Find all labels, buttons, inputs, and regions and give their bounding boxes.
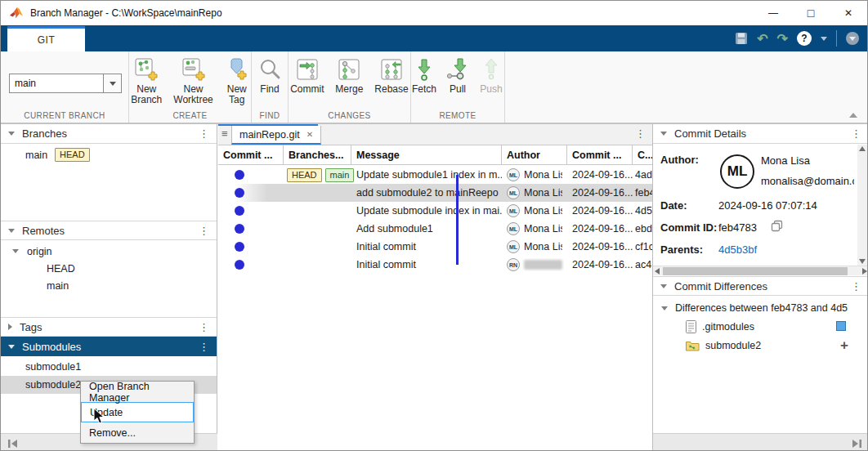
column-header-id[interactable]: C...: [633, 145, 652, 164]
undo-icon[interactable]: ↶: [757, 31, 767, 47]
section-label-current-branch: CURRENT BRANCH: [1, 111, 128, 120]
find-button[interactable]: Find: [254, 55, 285, 96]
added-indicator-icon: +: [840, 337, 848, 354]
toolstrip-options-icon[interactable]: [846, 32, 859, 45]
remote-item-head[interactable]: HEAD: [1, 260, 217, 277]
right-panel-hscrollbar[interactable]: [653, 433, 868, 451]
remote-item-main[interactable]: main: [1, 277, 217, 294]
chevron-down-icon: [8, 345, 15, 349]
new-worktree-button[interactable]: New Worktree: [171, 55, 215, 107]
differences-group[interactable]: Differences between feb4783 and 4d5: [653, 299, 868, 317]
menu-item-open-branch-manager[interactable]: Open Branch Manager: [81, 382, 194, 402]
find-label: Find: [260, 84, 279, 95]
close-button[interactable]: ✕: [830, 1, 867, 25]
column-header-branches[interactable]: Branches...: [284, 145, 351, 164]
table-row[interactable]: Initial commit RN 2024-09-16... ac4: [218, 256, 652, 274]
avatar: ML: [507, 168, 520, 181]
commit-date: 2024-09-16...: [567, 259, 633, 270]
date-label: Date:: [660, 199, 687, 212]
commit-id: 4d5: [633, 205, 652, 217]
maximize-button[interactable]: □: [792, 1, 830, 25]
commit-button[interactable]: Commit: [288, 55, 326, 96]
commit-details-header[interactable]: Commit Details ⋮: [653, 124, 868, 144]
section-find: Find FIND: [252, 51, 289, 123]
help-dropdown-icon[interactable]: [821, 37, 827, 41]
modified-indicator-icon: [836, 321, 846, 331]
table-row[interactable]: HEAD main Update submodule1 index in m..…: [218, 166, 652, 184]
submodules-menu-icon[interactable]: ⋮: [199, 342, 209, 352]
section-current-branch: main CURRENT BRANCH: [1, 51, 129, 123]
matlab-logo-icon: [9, 7, 24, 20]
commit-id: 4ad: [633, 169, 652, 181]
commit-details-menu-icon[interactable]: ⋮: [851, 128, 861, 139]
copy-icon[interactable]: [771, 220, 783, 232]
branch-dropdown-button[interactable]: [103, 74, 121, 92]
details-vscrollbar[interactable]: [857, 145, 867, 266]
scroll-right-icon[interactable]: [862, 268, 867, 275]
minimize-button[interactable]: —: [754, 1, 792, 25]
scroll-down-icon[interactable]: [859, 259, 866, 264]
parent-commit-link[interactable]: 4d5b3bf: [718, 243, 757, 256]
remotes-section-header[interactable]: Remotes ⋮: [1, 221, 217, 240]
table-row-selected[interactable]: add submodule2 to mainReepo ML Mona Lis …: [218, 184, 652, 202]
window-title: Branch Manager - C:\WorkSpace\mainRepo: [30, 7, 222, 19]
scroll-left-end-icon[interactable]: [7, 438, 19, 449]
merge-button[interactable]: Merge: [333, 55, 365, 96]
remotes-menu-icon[interactable]: ⋮: [199, 226, 209, 236]
tab-git[interactable]: GIT: [7, 26, 85, 51]
scroll-left-icon[interactable]: [655, 268, 660, 275]
save-icon[interactable]: [735, 32, 748, 45]
new-branch-icon: [133, 56, 159, 83]
diff-file-submodule2[interactable]: submodule2 +: [653, 336, 868, 355]
section-label-changes: CHANGES: [289, 111, 410, 120]
fetch-icon: [411, 56, 437, 83]
scroll-right-end-icon[interactable]: [851, 438, 862, 449]
commit-differences-header[interactable]: Commit Differences ⋮: [653, 276, 868, 296]
collapse-toolstrip-icon[interactable]: [849, 113, 857, 118]
tags-menu-icon[interactable]: ⋮: [199, 322, 209, 333]
column-header-date[interactable]: Commit ...: [567, 145, 633, 164]
rebase-button[interactable]: Rebase: [372, 55, 410, 96]
branches-menu-icon[interactable]: ⋮: [199, 128, 209, 139]
table-row[interactable]: Initial commit ML Mona Lis 2024-09-16...…: [218, 238, 652, 256]
new-tag-button[interactable]: New Tag: [222, 55, 252, 107]
column-header-message[interactable]: Message: [351, 145, 502, 164]
details-hscrollbar[interactable]: [653, 266, 868, 275]
fetch-button[interactable]: Fetch: [409, 55, 439, 96]
author-name: Mona Lis: [524, 187, 562, 199]
new-branch-button[interactable]: New Branch: [128, 55, 164, 107]
commit-node-icon: [235, 242, 244, 252]
branch-item-main[interactable]: main HEAD: [1, 146, 217, 163]
table-row[interactable]: Add submodule1 ML Mona Lis 2024-09-16...…: [218, 220, 652, 238]
merge-icon: [336, 56, 362, 83]
column-header-author[interactable]: Author: [502, 145, 567, 164]
commit-differences-menu-icon[interactable]: ⋮: [851, 281, 861, 292]
column-header-graph[interactable]: Commit ...: [218, 145, 284, 164]
tab-close-icon[interactable]: ✕: [306, 130, 313, 139]
commit-date: 2024-09-16...: [567, 223, 633, 234]
pull-button[interactable]: Pull: [445, 55, 470, 96]
scrollbar-thumb[interactable]: [663, 267, 848, 275]
redo-icon[interactable]: ↷: [777, 31, 788, 47]
avatar: RN: [507, 258, 520, 271]
branches-section-header[interactable]: Branches ⋮: [1, 124, 217, 144]
submodules-section-header[interactable]: Submodules ⋮: [1, 337, 217, 356]
diff-file-gitmodules[interactable]: .gitmodules: [653, 317, 868, 336]
current-branch-combobox[interactable]: main: [9, 74, 122, 93]
author-name: Mona Lisa: [761, 154, 810, 167]
remote-item-origin[interactable]: origin: [1, 243, 217, 260]
table-row[interactable]: Update submodule index in mai... ML Mona…: [218, 202, 652, 220]
tab-mainrepo-git[interactable]: mainRepo.git ✕: [231, 126, 321, 145]
tab-list-icon[interactable]: ≡: [221, 127, 228, 140]
commit-message: add submodule2 to mainReepo: [351, 187, 502, 199]
scroll-up-icon[interactable]: [859, 146, 866, 151]
tags-section-header[interactable]: Tags ⋮: [1, 317, 217, 337]
submodule-item-1[interactable]: submodule1: [1, 358, 217, 376]
table-menu-icon[interactable]: ⋮: [635, 128, 646, 139]
commit-label: Commit: [290, 84, 324, 95]
menu-item-remove[interactable]: Remove...: [81, 422, 194, 443]
avatar: ML: [507, 240, 520, 253]
push-button[interactable]: Push: [477, 55, 506, 96]
help-icon[interactable]: ?: [797, 31, 812, 46]
author-name: Mona Lis: [524, 205, 562, 217]
